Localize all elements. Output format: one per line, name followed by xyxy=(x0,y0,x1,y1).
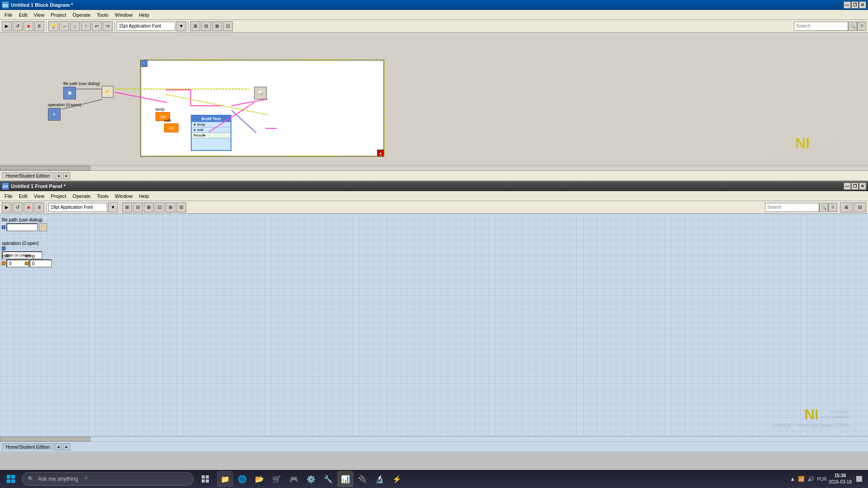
fp-menu-operate[interactable]: Operate xyxy=(70,192,94,200)
run-cont-button[interactable]: ↺ xyxy=(13,21,23,31)
fp-menu-project[interactable]: Project xyxy=(48,192,69,200)
step-out-button[interactable]: ↑ xyxy=(81,21,91,31)
right-icon-node[interactable]: 📊 xyxy=(254,87,267,99)
distribute-button[interactable]: ⊟ xyxy=(201,21,211,31)
fp-view-1[interactable]: ⊞ xyxy=(840,202,853,212)
fp-close-button[interactable]: ✕ xyxy=(859,183,866,190)
fp-home-student-tab[interactable]: Home/Student Edition xyxy=(2,443,54,450)
tray-network-icon[interactable]: 📶 xyxy=(798,476,805,482)
align-button[interactable]: ⊞ xyxy=(190,21,200,31)
taskbar-edge-icon[interactable]: 🌐 xyxy=(234,471,250,487)
temp-input[interactable]: 0 xyxy=(29,259,52,267)
file-open-icon[interactable]: 📂 xyxy=(102,86,113,98)
fp-search-help[interactable]: ? xyxy=(828,203,837,212)
menu-project[interactable]: Project xyxy=(48,11,69,19)
fp-menu-view[interactable]: View xyxy=(31,192,47,200)
menu-view[interactable]: View xyxy=(31,11,47,19)
fp-run-button[interactable]: ▶ xyxy=(2,202,12,212)
fp-distribute-button[interactable]: ⊟ xyxy=(133,202,143,212)
resize-button[interactable]: ⊠ xyxy=(212,21,222,31)
fp-order-button[interactable]: ⊡ xyxy=(155,202,165,212)
milli-numeric-node[interactable]: 123 xyxy=(164,123,179,132)
search-input[interactable] xyxy=(794,22,848,31)
fp-pause-button[interactable]: ⏸ xyxy=(34,202,44,212)
fp-view-2[interactable]: ⊟ xyxy=(854,202,866,212)
statusbar-arrow[interactable]: ◂ xyxy=(55,172,62,179)
file-path-browse-btn[interactable]: 📂 xyxy=(39,223,47,231)
front-panel-scrollbar[interactable] xyxy=(0,436,868,441)
taskbar-ni-icon[interactable]: 🔬 xyxy=(372,471,388,487)
font-selector[interactable]: 15pt Application Font xyxy=(117,22,175,31)
menu-tools[interactable]: Tools xyxy=(94,11,111,19)
search-help[interactable]: ? xyxy=(857,22,866,31)
fp-statusbar-arrow[interactable]: ◂ xyxy=(55,443,62,450)
fp-resize-button[interactable]: ⊠ xyxy=(144,202,154,212)
fp-menu-edit[interactable]: Edit xyxy=(16,192,30,200)
file-path-node[interactable]: 📄 xyxy=(63,87,76,99)
menu-help[interactable]: Help xyxy=(136,11,152,19)
menu-window[interactable]: Window xyxy=(112,11,135,19)
taskbar-store-icon[interactable]: 🛒 xyxy=(269,471,285,487)
diagram-canvas[interactable]: I ● Build Text ◂temp xyxy=(0,33,868,170)
fp-font-selector[interactable]: 19pt Application Font xyxy=(48,203,107,212)
fp-menu-help[interactable]: Help xyxy=(136,192,152,200)
tray-language-icon[interactable]: POR xyxy=(817,477,827,482)
fp-statusbar-arrow-right[interactable]: ▸ xyxy=(63,443,70,450)
fp-search-input[interactable] xyxy=(765,203,819,212)
taskbar-game-icon[interactable]: 🎮 xyxy=(286,471,302,487)
taskbar-search-bar[interactable]: 🔍 Ask me anything 🎤 xyxy=(22,472,193,486)
fp-run-cont-button[interactable]: ↺ xyxy=(13,202,23,212)
undo-button[interactable]: ↩ xyxy=(92,21,102,31)
fp-search-button[interactable]: 🔍 xyxy=(819,203,828,212)
fp-align-button[interactable]: ⊞ xyxy=(122,202,132,212)
search-button[interactable]: 🔍 xyxy=(848,22,857,31)
menu-file[interactable]: File xyxy=(2,11,15,19)
run-button[interactable]: ▶ xyxy=(2,21,12,31)
file-path-input[interactable] xyxy=(6,223,38,231)
home-student-tab[interactable]: Home/Student Edition xyxy=(2,172,54,179)
close-button[interactable]: ✕ xyxy=(859,1,866,9)
taskbar-app6-icon[interactable]: 🔧 xyxy=(320,471,336,487)
fp-grid-button[interactable]: ⊞ xyxy=(165,202,175,212)
fp-menu-file[interactable]: File xyxy=(2,192,15,200)
taskbar-labview-icon[interactable]: 📊 xyxy=(337,471,354,487)
taskbar-explorer-icon[interactable]: 📁 xyxy=(217,471,233,487)
taskbar-files-icon[interactable]: 📂 xyxy=(251,471,268,487)
step-into-button[interactable]: ↓ xyxy=(70,21,80,31)
restore-button[interactable]: ❐ xyxy=(851,1,859,9)
pause-button[interactable]: ⏸ xyxy=(34,21,44,31)
fp-scrollbar-thumb[interactable] xyxy=(0,437,90,441)
highlight-button[interactable]: 💡 xyxy=(48,21,58,31)
fp-abort-button[interactable]: ■ xyxy=(24,202,33,212)
scrollbar-thumb[interactable] xyxy=(0,166,90,170)
minimize-button[interactable]: — xyxy=(844,1,851,9)
statusbar-arrow-right[interactable]: ▸ xyxy=(63,172,70,179)
operation-node[interactable]: ⊕ xyxy=(48,108,61,121)
task-view-button[interactable] xyxy=(197,471,213,487)
redo-button[interactable]: ↪ xyxy=(103,21,113,31)
fp-menu-tools[interactable]: Tools xyxy=(94,192,111,200)
tray-volume-icon[interactable]: 🔊 xyxy=(807,476,814,482)
step-over-button[interactable]: → xyxy=(59,21,69,31)
build-text-block[interactable]: Build Text ◂temp ◂milli Result▸ xyxy=(191,115,231,151)
fp-minimize-button[interactable]: — xyxy=(844,183,851,190)
front-panel-canvas[interactable]: file path (use dialog) 📂 operation (0:op… xyxy=(0,214,868,441)
menu-operate[interactable]: Operate xyxy=(70,11,94,19)
abort-button[interactable]: ■ xyxy=(24,21,33,31)
start-button[interactable] xyxy=(2,470,20,488)
fp-extra-button[interactable]: ⊟ xyxy=(176,202,186,212)
order-button[interactable]: ⊡ xyxy=(223,21,233,31)
fp-menu-window[interactable]: Window xyxy=(112,192,135,200)
tray-clock[interactable]: 15:36 2016-03-18 xyxy=(829,473,852,485)
taskbar-app10-icon[interactable]: ⚡ xyxy=(389,471,405,487)
fp-font-down[interactable]: ▼ xyxy=(108,202,118,212)
tray-show-desktop[interactable]: ⬜ xyxy=(854,476,863,482)
file-open-node[interactable]: 📂 xyxy=(102,86,113,98)
block-diagram-scrollbar[interactable] xyxy=(0,165,868,170)
tray-arrow-icon[interactable]: ▲ xyxy=(790,476,795,482)
font-down[interactable]: ▼ xyxy=(176,21,186,31)
taskbar-app5-icon[interactable]: ⚙️ xyxy=(303,471,319,487)
menu-edit[interactable]: Edit xyxy=(16,11,30,19)
taskbar-app8-icon[interactable]: 🔌 xyxy=(354,471,371,487)
right-icon[interactable]: 📊 xyxy=(254,87,267,99)
